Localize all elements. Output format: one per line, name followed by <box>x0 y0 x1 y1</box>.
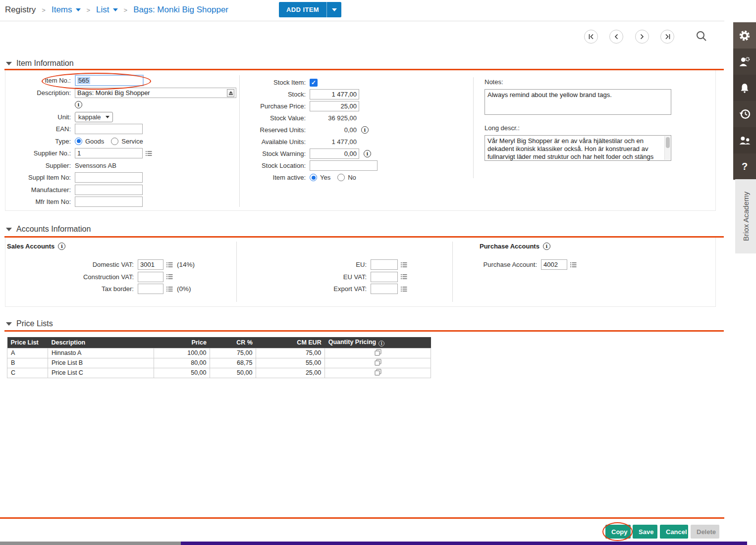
purchase-accounts-title: Purchase Accountsi <box>480 243 550 250</box>
mfr-item-no-input[interactable] <box>75 197 143 207</box>
info-icon[interactable]: i <box>378 341 384 347</box>
lookup-list-icon[interactable] <box>401 274 407 280</box>
chevron-down-icon <box>76 8 81 11</box>
quantity-pricing-copy-button[interactable] <box>375 359 381 367</box>
add-item-dropdown-button[interactable] <box>326 2 341 17</box>
horizontal-scrollbar-thumb[interactable] <box>0 542 181 545</box>
eu-accounts-fields: EU: EU VAT: Export VAT: <box>297 259 446 296</box>
copy-button[interactable]: Copy <box>605 525 631 539</box>
section-rule <box>4 330 724 332</box>
purchase-accounts-fields: Purchase Account: <box>480 259 628 272</box>
notes-textarea[interactable]: Always remind about the yellow brand tag… <box>485 89 671 115</box>
chevron-down-icon <box>113 8 118 11</box>
eu-input[interactable] <box>371 259 398 270</box>
tax-border-rate: (0%) <box>177 285 191 293</box>
cancel-button[interactable]: Cancel <box>660 525 688 539</box>
purchase-account-label: Purchase Account: <box>480 261 541 268</box>
stock-input[interactable] <box>310 89 359 99</box>
info-icon[interactable]: i <box>543 243 550 250</box>
type-goods-radio[interactable] <box>75 138 82 145</box>
sidebar-item-user-settings[interactable] <box>733 49 756 75</box>
collapse-triangle-icon[interactable] <box>6 322 12 326</box>
item-info-left-column: Item No.: 565 Description: i Unit: kappa… <box>5 75 238 209</box>
sales-accounts-fields: Domestic VAT: (14%) Construction VAT: Ta… <box>5 259 233 296</box>
construction-vat-input[interactable] <box>138 272 163 282</box>
next-record-button[interactable] <box>635 30 649 44</box>
first-record-button[interactable] <box>584 30 598 44</box>
unit-select[interactable]: kappale <box>75 112 113 122</box>
cm-value: 55,00 <box>256 358 325 368</box>
briox-academy-tab[interactable]: Briox Academy <box>735 179 756 253</box>
purchase-account-input[interactable] <box>541 259 567 270</box>
sidebar-item-users[interactable] <box>733 127 756 153</box>
info-icon[interactable]: i <box>364 150 371 157</box>
save-button[interactable]: Save <box>633 525 657 539</box>
eu-vat-input[interactable] <box>371 272 398 282</box>
sidebar-item-notifications[interactable] <box>733 75 756 101</box>
lookup-list-icon[interactable] <box>166 286 173 292</box>
copy-icon <box>375 359 381 366</box>
col-description: Description <box>48 337 154 348</box>
search-button[interactable] <box>696 30 708 43</box>
add-item-button[interactable]: ADD ITEM <box>279 2 326 17</box>
lookup-list-icon[interactable] <box>166 274 173 280</box>
sidebar-item-history[interactable] <box>733 101 756 127</box>
collapse-triangle-icon[interactable] <box>6 62 12 65</box>
suppl-item-no-input[interactable] <box>75 172 143 183</box>
breadcrumb-items[interactable]: Items <box>52 5 81 15</box>
stock-item-label: Stock Item: <box>238 79 310 86</box>
last-record-button[interactable] <box>660 30 674 44</box>
quantity-pricing-copy-button[interactable] <box>375 369 381 377</box>
type-service-radio[interactable] <box>111 138 118 145</box>
lookup-list-icon[interactable] <box>401 286 407 292</box>
item-active-no-radio[interactable] <box>337 174 345 181</box>
col-cr-percent: CR % <box>210 337 256 348</box>
breadcrumb-separator: > <box>124 6 128 14</box>
domestic-vat-input[interactable] <box>138 259 163 270</box>
lookup-list-icon[interactable] <box>570 262 577 268</box>
info-icon[interactable]: i <box>75 101 82 108</box>
item-active-yes-label: Yes <box>320 174 330 181</box>
supplier-label: Supplier: <box>5 162 75 169</box>
export-vat-input[interactable] <box>371 284 398 294</box>
description-input[interactable] <box>75 88 236 98</box>
lookup-list-icon[interactable] <box>166 262 173 268</box>
item-active-label: Item active: <box>238 174 310 181</box>
stock-location-input[interactable] <box>310 160 378 171</box>
collapse-triangle-icon[interactable] <box>6 228 12 231</box>
sidebar-item-help[interactable]: ? <box>733 153 756 180</box>
item-no-label: Item No.: <box>5 77 75 84</box>
breadcrumb-current-item[interactable]: Bags: Monki Big Shopper <box>133 5 228 15</box>
search-icon <box>696 30 707 42</box>
ean-label: EAN: <box>5 125 75 133</box>
previous-record-button[interactable] <box>609 30 623 44</box>
tax-border-input[interactable] <box>138 284 163 294</box>
lookup-list-icon[interactable] <box>146 150 152 156</box>
lookup-list-icon[interactable] <box>401 262 407 268</box>
tax-border-label: Tax border: <box>5 285 138 293</box>
ean-input[interactable] <box>75 124 143 134</box>
info-icon[interactable]: i <box>58 243 65 250</box>
purchase-price-input[interactable] <box>310 101 359 111</box>
stock-item-checkbox[interactable]: ✓ <box>310 79 318 87</box>
breadcrumb-list[interactable]: List <box>96 5 117 15</box>
sidebar-item-settings[interactable] <box>733 22 756 49</box>
price-value: 100,00 <box>154 348 210 358</box>
manufacturer-input[interactable] <box>75 185 143 195</box>
cr-value: 75,00 <box>210 348 256 358</box>
supplier-no-input[interactable] <box>75 148 143 158</box>
long-descr-textarea[interactable]: Vår Meryl Big Shopper är en av våra hjäl… <box>485 135 671 161</box>
textarea-scrollbar[interactable] <box>664 136 670 160</box>
long-descr-label: Long descr.: <box>485 124 673 132</box>
delete-button[interactable]: Delete <box>691 525 719 539</box>
stock-value: 36 925,00 <box>310 114 357 122</box>
field-expand-icon[interactable] <box>227 89 234 97</box>
item-no-input[interactable]: 565 <box>75 75 144 86</box>
unit-label: Unit: <box>5 113 75 121</box>
stock-warning-input[interactable] <box>310 149 359 159</box>
price-list-code: A <box>7 348 48 358</box>
quantity-pricing-copy-button[interactable] <box>375 349 381 357</box>
item-active-yes-radio[interactable] <box>310 174 317 181</box>
horizontal-scrollbar-track[interactable] <box>181 542 747 545</box>
info-icon[interactable]: i <box>361 126 369 134</box>
